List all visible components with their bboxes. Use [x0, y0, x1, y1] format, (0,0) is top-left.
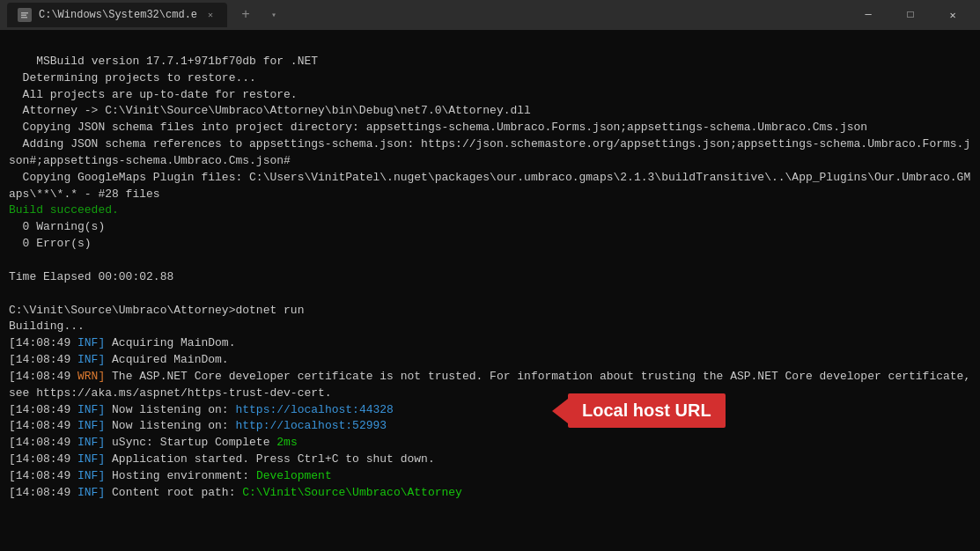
tab-icon — [18, 8, 32, 22]
maximize-button[interactable]: □ — [890, 0, 931, 30]
titlebar: C:\Windows\System32\cmd.e ✕ + ▾ ─ □ ✕ — [0, 0, 980, 30]
log-inf6: [14:08:49 INF] Application started. Pres… — [9, 452, 435, 466]
new-tab-button[interactable]: + — [234, 4, 257, 26]
warnings-line: 0 Warning(s) 0 Error(s) — [9, 220, 105, 250]
tab-label: C:\Windows\System32\cmd.e — [39, 9, 197, 21]
terminal[interactable]: MSBuild version 17.7.1+971bf70db for .NE… — [0, 30, 980, 551]
log-inf2: [14:08:49 INF] Acquired MainDom. — [9, 353, 229, 366]
build-succeeded: Build succeeded. — [9, 203, 119, 217]
elapsed-line: Time Elapsed 00:00:02.88 — [9, 270, 173, 283]
log-inf3: [14:08:49 INF] Now listening on: https:/… — [9, 403, 394, 416]
svg-rect-2 — [21, 15, 26, 17]
log-inf1: [14:08:49 INF] Acquiring MainDom. — [9, 336, 235, 349]
svg-rect-1 — [21, 12, 28, 14]
tab-close-button[interactable]: ✕ — [204, 8, 217, 22]
dropdown-button[interactable]: ▾ — [264, 5, 284, 25]
callout-annotation: Local host URL — [552, 393, 726, 428]
svg-rect-3 — [21, 17, 27, 18]
log-inf4: [14:08:49 INF] Now listening on: http://… — [9, 419, 387, 432]
log-wrn: [14:08:49 WRN] The ASP.NET Core develope… — [9, 370, 977, 400]
callout-label: Local host URL — [568, 393, 726, 428]
callout-arrow — [552, 399, 568, 423]
log-inf5: [14:08:49 INF] uSync: Startup Complete 2… — [9, 436, 298, 449]
minimize-button[interactable]: ─ — [848, 0, 888, 30]
log-inf7: [14:08:49 INF] Hosting environment: Deve… — [9, 469, 332, 482]
active-tab[interactable]: C:\Windows\System32\cmd.e ✕ — [7, 3, 227, 27]
terminal-wrapper: MSBuild version 17.7.1+971bf70db for .NE… — [0, 30, 980, 551]
log-inf8: [14:08:49 INF] Content root path: C:\Vin… — [9, 486, 462, 499]
window-controls: ─ □ ✕ — [848, 0, 973, 30]
close-button[interactable]: ✕ — [932, 0, 973, 30]
titlebar-left: C:\Windows\System32\cmd.e ✕ + ▾ — [7, 3, 848, 27]
run-line: C:\Vinit\Source\Umbraco\Attorney>dotnet … — [9, 304, 304, 334]
msbuild-line: MSBuild version 17.7.1+971bf70db for .NE… — [9, 55, 970, 201]
